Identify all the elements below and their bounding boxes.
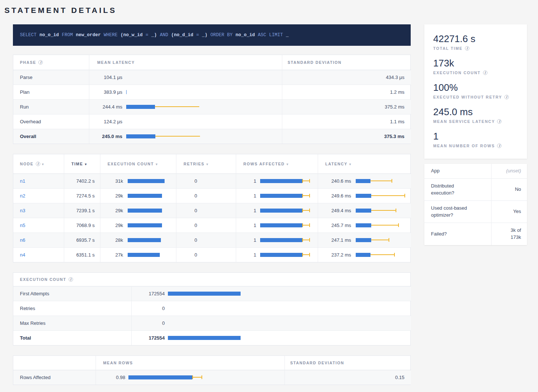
info-icon[interactable] (36, 162, 40, 166)
info-icon[interactable] (483, 71, 487, 75)
stddev-end-tick (394, 253, 395, 257)
mean-rows-cell: 0.98 (96, 370, 284, 385)
mean-latency-cell: 244.4 ms (89, 99, 282, 114)
rows-affected-header-label: ROWS AFFECTED (244, 162, 285, 166)
stddev-end-tick (309, 238, 310, 242)
phase-header-label: PHASE (20, 60, 36, 65)
rows-affected-bar-chart (260, 253, 312, 257)
stddev-value: 434.3 µs (282, 70, 411, 85)
sort-down-icon[interactable] (156, 162, 158, 166)
node-link[interactable]: n2 (20, 193, 25, 199)
sql-token: = (146, 32, 149, 38)
rows-affected-bar-chart (260, 194, 312, 198)
rows-affected-row-label: Rows Affected (13, 370, 96, 385)
stddev-col-header: STANDARD DEVIATION (284, 356, 411, 370)
execution-count-bar-chart (128, 238, 165, 242)
mean-bar (126, 90, 127, 94)
latency-bar-chart (356, 179, 407, 183)
node-cell: n1 (13, 173, 64, 188)
stddev-end-tick (404, 194, 405, 197)
sort-down-icon[interactable] (85, 162, 87, 166)
time-col-header[interactable]: TIME (64, 154, 100, 173)
latency-bar-chart (126, 134, 200, 138)
execution-count-cell: 28k (100, 233, 176, 247)
mean-bar (260, 209, 303, 213)
node-link[interactable]: n1 (20, 178, 25, 184)
info-icon[interactable] (497, 119, 501, 124)
latency-col-header[interactable]: LATENCY (318, 154, 411, 173)
time-value: 6935.7 s (64, 233, 100, 247)
info-icon[interactable] (38, 60, 43, 65)
execution-count-row-value: 0 (132, 306, 165, 311)
stddev-end-tick (309, 194, 310, 197)
sort-down-icon[interactable] (287, 162, 289, 166)
summary-metric: 173k EXECUTION COUNT (433, 58, 518, 75)
mean-rows-header-label: MEAN ROWS (103, 361, 133, 365)
retries-value: 0 (176, 247, 236, 262)
stddev-value: 375.3 ms (282, 129, 411, 144)
execution-count-bar-chart (168, 336, 241, 340)
info-icon[interactable] (497, 144, 501, 148)
count-bar (128, 223, 162, 227)
metric-label-text: MEAN NUMBER OF ROWS (433, 144, 495, 148)
sort-down-icon[interactable] (349, 162, 352, 166)
retries-value: 0 (176, 188, 236, 203)
execution-count-col-header[interactable]: EXECUTION COUNT (100, 154, 176, 173)
count-bar (168, 292, 241, 296)
node-row: n5 7068.9 s 29k 0 (13, 218, 411, 233)
latency-value: 249.4 ms (325, 208, 351, 213)
rows-affected-bar-chart (260, 179, 312, 183)
execution-count-cell: 29k (100, 218, 176, 233)
sort-down-icon[interactable] (42, 162, 44, 166)
latency-bar-chart (356, 238, 407, 242)
summary-metric: 42271.6 s TOTAL TIME (433, 33, 518, 51)
info-icon[interactable] (465, 46, 469, 51)
phase-col-header: PHASE (13, 55, 89, 70)
mean-latency-value: 104.1 µs (97, 75, 123, 80)
mean-latency-cell: 245.0 ms (89, 129, 282, 144)
node-link[interactable]: n3 (20, 208, 25, 213)
execution-count-cell: 29k (100, 188, 176, 203)
execution-count-value: 27k (105, 252, 123, 258)
metric-label-text: TOTAL TIME (433, 46, 463, 51)
node-link[interactable]: n4 (20, 252, 25, 258)
summary-metric: 1 MEAN NUMBER OF ROWS (433, 131, 518, 148)
sort-down-icon[interactable] (206, 162, 208, 166)
execution-count-bar-chart (128, 209, 165, 213)
latency-bar-chart (356, 194, 407, 198)
rows-affected-col-header[interactable]: ROWS AFFECTED (236, 154, 318, 173)
rows-affected-value: 1 (244, 223, 256, 228)
retries-col-header[interactable]: RETRIES (176, 154, 236, 173)
mean-bar (260, 238, 303, 242)
execution-count-row: Total 172554 (13, 330, 411, 345)
execution-count-value: 29k (105, 223, 123, 228)
latency-bar-chart (126, 120, 200, 124)
mean-latency-cell: 104.1 µs (89, 70, 282, 85)
summary-metrics-card: 42271.6 s TOTAL TIME 173k EXECUTION COUN… (424, 24, 527, 159)
metric-value: 1 (433, 131, 518, 142)
mean-bar (128, 375, 193, 379)
latency-cell: 237.2 ms (318, 247, 411, 262)
sql-token: _) (151, 32, 157, 38)
phase-row: Plan 383.9 µs (13, 85, 411, 99)
stddev-end-tick (309, 253, 310, 257)
node-link[interactable]: n6 (20, 237, 25, 243)
sql-token: _) (202, 32, 207, 38)
sql-token: LIMIT (269, 32, 283, 38)
execution-count-row: Retries 0 (13, 301, 411, 316)
info-icon[interactable] (504, 95, 509, 99)
execution-count-row-value-cell: 172554 (131, 286, 411, 301)
metric-value: 245.0 ms (433, 106, 518, 118)
stddev-end-tick (201, 375, 202, 379)
metric-label-text: EXECUTED WITHOUT RETRY (433, 95, 502, 99)
count-bar (168, 336, 241, 340)
node-col-header[interactable]: NODE (13, 154, 64, 173)
info-icon[interactable] (69, 277, 73, 282)
sql-token: no_o_id (235, 32, 255, 38)
latency-cell: 249.6 ms (318, 188, 411, 203)
mean-tick (302, 194, 303, 197)
phase-row: Parse 104.1 µs (13, 70, 411, 85)
node-link[interactable]: n5 (20, 223, 25, 228)
time-value: 7068.9 s (64, 218, 100, 233)
latency-value: 249.6 ms (325, 193, 351, 199)
